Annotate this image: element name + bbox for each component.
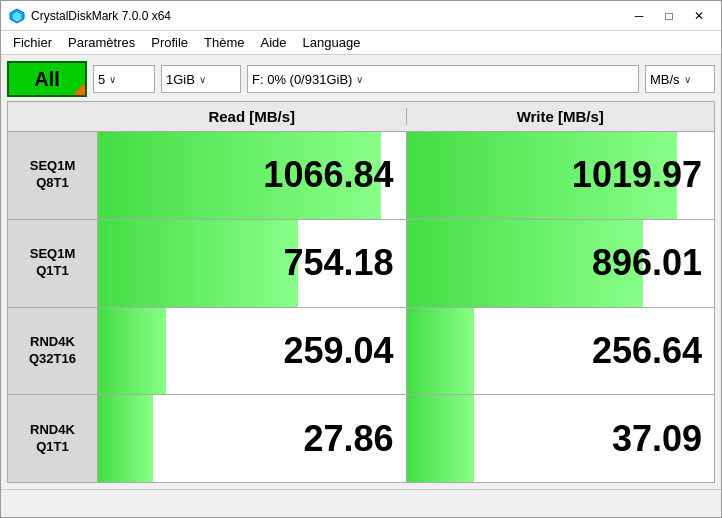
read-value-rnd4k-q1t1: 27.86 [303, 418, 393, 460]
row-label-seq1m-q1t1: SEQ1MQ1T1 [8, 220, 98, 307]
write-cell-rnd4k-q1t1: 37.09 [407, 395, 715, 482]
write-cell-seq1m-q8t1: 1019.97 [407, 132, 715, 219]
drive-value: F: 0% (0/931GiB) [252, 72, 352, 87]
menu-fichier[interactable]: Fichier [7, 33, 58, 52]
benchmark-table: Read [MB/s] Write [MB/s] SEQ1MQ8T1 1066.… [7, 101, 715, 483]
close-button[interactable]: ✕ [685, 6, 713, 26]
title-bar: CrystalDiskMark 7.0.0 x64 ─ □ ✕ [1, 1, 721, 31]
row-label-rnd4k-q1t1: RND4KQ1T1 [8, 395, 98, 482]
title-bar-controls: ─ □ ✕ [625, 6, 713, 26]
menu-theme[interactable]: Thème [198, 33, 250, 52]
drive-arrow: ∨ [356, 74, 363, 85]
table-header: Read [MB/s] Write [MB/s] [8, 102, 714, 132]
menu-profile[interactable]: Profile [145, 33, 194, 52]
table-body: SEQ1MQ8T1 1066.84 1019.97 SEQ1MQ1T1 754.… [8, 132, 714, 482]
read-cell-rnd4k-q32t16: 259.04 [98, 308, 407, 395]
app-icon [9, 8, 25, 24]
loops-value: 5 [98, 72, 105, 87]
main-content: All 5 ∨ 1GiB ∨ F: 0% (0/931GiB) ∨ MB/s ∨ [1, 55, 721, 489]
menu-aide[interactable]: Aide [255, 33, 293, 52]
unit-value: MB/s [650, 72, 680, 87]
size-dropdown[interactable]: 1GiB ∨ [161, 65, 241, 93]
title-text: CrystalDiskMark 7.0.0 x64 [31, 9, 171, 23]
read-cell-seq1m-q8t1: 1066.84 [98, 132, 407, 219]
all-button[interactable]: All [7, 61, 87, 97]
read-value-rnd4k-q32t16: 259.04 [283, 330, 393, 372]
size-value: 1GiB [166, 72, 195, 87]
table-row: RND4KQ1T1 27.86 37.09 [8, 395, 714, 482]
read-col-header: Read [MB/s] [98, 108, 407, 125]
write-value-seq1m-q1t1: 896.01 [592, 242, 702, 284]
read-bar-rnd4k-q32t16 [98, 308, 166, 395]
menu-parametres[interactable]: Paramètres [62, 33, 141, 52]
write-value-seq1m-q8t1: 1019.97 [572, 154, 702, 196]
read-bar-rnd4k-q1t1 [98, 395, 153, 482]
table-row: RND4KQ32T16 259.04 256.64 [8, 308, 714, 396]
table-row: SEQ1MQ8T1 1066.84 1019.97 [8, 132, 714, 220]
toolbar-row: All 5 ∨ 1GiB ∨ F: 0% (0/931GiB) ∨ MB/s ∨ [7, 61, 715, 97]
main-window: CrystalDiskMark 7.0.0 x64 ─ □ ✕ Fichier … [0, 0, 722, 518]
write-bar-rnd4k-q32t16 [407, 308, 475, 395]
write-bar-rnd4k-q1t1 [407, 395, 475, 482]
read-value-seq1m-q1t1: 754.18 [283, 242, 393, 284]
menu-language[interactable]: Language [297, 33, 367, 52]
write-cell-rnd4k-q32t16: 256.64 [407, 308, 715, 395]
table-row: SEQ1MQ1T1 754.18 896.01 [8, 220, 714, 308]
loops-arrow: ∨ [109, 74, 116, 85]
write-value-rnd4k-q32t16: 256.64 [592, 330, 702, 372]
read-cell-seq1m-q1t1: 754.18 [98, 220, 407, 307]
read-value-seq1m-q8t1: 1066.84 [263, 154, 393, 196]
read-bar-seq1m-q1t1 [98, 220, 298, 307]
unit-dropdown[interactable]: MB/s ∨ [645, 65, 715, 93]
write-value-rnd4k-q1t1: 37.09 [612, 418, 702, 460]
loops-dropdown[interactable]: 5 ∨ [93, 65, 155, 93]
size-arrow: ∨ [199, 74, 206, 85]
write-col-header: Write [MB/s] [407, 108, 715, 125]
unit-arrow: ∨ [684, 74, 691, 85]
minimize-button[interactable]: ─ [625, 6, 653, 26]
maximize-button[interactable]: □ [655, 6, 683, 26]
menu-bar: Fichier Paramètres Profile Thème Aide La… [1, 31, 721, 55]
drive-dropdown[interactable]: F: 0% (0/931GiB) ∨ [247, 65, 639, 93]
read-cell-rnd4k-q1t1: 27.86 [98, 395, 407, 482]
row-label-seq1m-q8t1: SEQ1MQ8T1 [8, 132, 98, 219]
write-cell-seq1m-q1t1: 896.01 [407, 220, 715, 307]
title-bar-left: CrystalDiskMark 7.0.0 x64 [9, 8, 171, 24]
status-bar [1, 489, 721, 517]
row-label-rnd4k-q32t16: RND4KQ32T16 [8, 308, 98, 395]
